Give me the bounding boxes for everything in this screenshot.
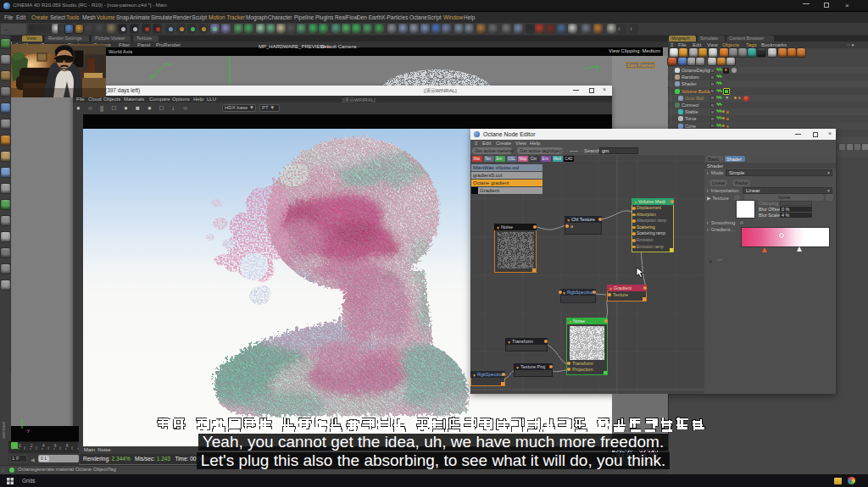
svg-text:-y: -y [25,428,30,433]
